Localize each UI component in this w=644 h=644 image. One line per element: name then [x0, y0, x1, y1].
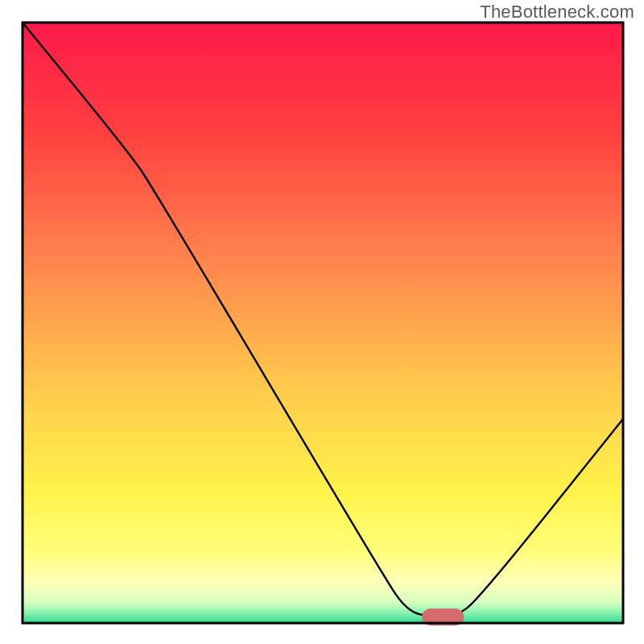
bottleneck-chart	[0, 0, 644, 644]
chart-container: TheBottleneck.com	[0, 0, 644, 644]
gradient-background	[23, 23, 623, 623]
watermark-text: TheBottleneck.com	[480, 2, 634, 23]
